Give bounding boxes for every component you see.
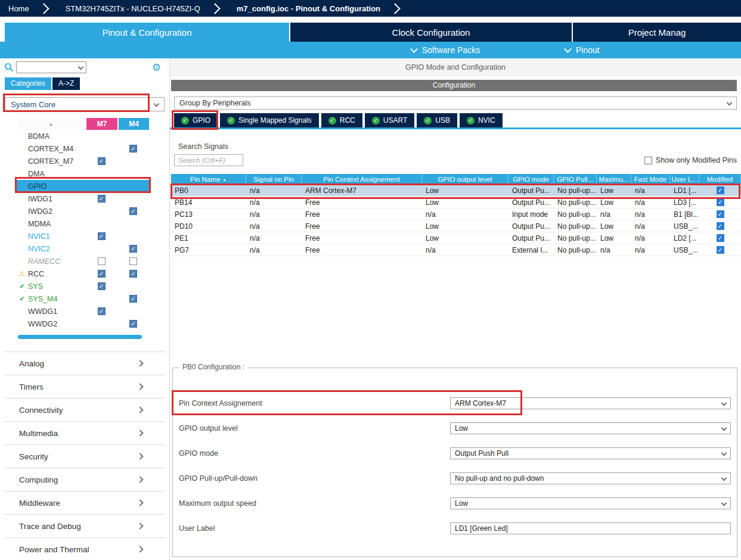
peripheral-tab-gpio[interactable]: GPIO <box>174 113 218 127</box>
gpio-mode-select[interactable]: Output Push Pull <box>450 447 731 459</box>
m7-checkbox[interactable] <box>98 282 106 290</box>
m4-checkbox[interactable] <box>129 145 137 153</box>
system-core-dropdown[interactable]: System Core <box>5 97 165 111</box>
core-row-wwdg1[interactable]: WWDG1 <box>17 305 149 318</box>
check-icon <box>328 117 336 125</box>
core-row-rcc[interactable]: RCC <box>17 267 149 280</box>
column-header-user-label[interactable]: User L... <box>670 174 699 185</box>
core-row-sys[interactable]: SYS <box>17 280 149 293</box>
column-header-gpio-pull[interactable]: GPIO Pull... <box>554 174 597 185</box>
modified-checkbox[interactable] <box>717 198 724 206</box>
pin-row-pb14[interactable]: PB14 n/a Free Low Output Pu... No pull-u… <box>171 197 741 209</box>
m7-checkbox[interactable] <box>98 157 106 165</box>
chevron-down-icon <box>78 64 84 70</box>
sort-asc-icon[interactable]: ▲ <box>17 118 85 130</box>
check-icon <box>467 117 475 125</box>
breadcrumb-home[interactable]: Home <box>0 4 35 13</box>
pin-row-pg7[interactable]: PG7 n/a Free n/a External I... No pull-u… <box>171 244 741 256</box>
group-by-dropdown[interactable]: Group By Peripherals <box>174 97 737 110</box>
sidebar-item-connectivity[interactable]: Connectivity <box>4 398 165 421</box>
core-row-cortex-m7[interactable]: CORTEX_M7 <box>17 155 149 167</box>
core-row-mdma[interactable]: MDMA <box>17 217 149 230</box>
gpio-pull-select[interactable]: No pull-up and no pull-down <box>450 472 731 484</box>
sidebar-item-timers[interactable]: Timers <box>4 375 165 398</box>
software-packs-menu[interactable]: Software Packs <box>411 42 480 58</box>
m7-checkbox[interactable] <box>98 307 106 315</box>
tab-clock-configuration[interactable]: Clock Configuration <box>290 23 572 42</box>
tab-pinout-configuration[interactable]: Pinout & Configuration <box>5 23 289 42</box>
modified-checkbox[interactable] <box>717 186 724 194</box>
pin-context-select[interactable]: ARM Cortex-M7 <box>450 397 731 409</box>
pin-row-pc13[interactable]: PC13 n/a Free n/a Input mode No pull-up.… <box>171 209 741 220</box>
column-header-output-level[interactable]: GPIO output level <box>422 174 509 185</box>
sidebar-item-multimedia[interactable]: Multimedia <box>4 421 165 444</box>
sidebar-item-analog[interactable]: Analog <box>4 351 165 375</box>
pin-row-pd10[interactable]: PD10 n/a Free Low Output Pu... No pull-u… <box>171 220 741 232</box>
m4-checkbox[interactable] <box>129 245 137 253</box>
tab-a-to-z[interactable]: A->Z <box>52 77 80 90</box>
column-header-m7[interactable]: M7 <box>85 118 117 130</box>
core-row-dma[interactable]: DMA <box>17 167 149 180</box>
max-output-speed-select[interactable]: Low <box>450 497 731 509</box>
column-header-fast-mode[interactable]: Fast Mode <box>631 174 670 185</box>
tab-project-manager[interactable]: Project Manag <box>573 23 741 42</box>
gear-icon[interactable]: ⚙ <box>152 63 161 73</box>
peripheral-tab-rcc[interactable]: RCC <box>321 113 362 127</box>
peripheral-tab-nvic[interactable]: NVIC <box>460 113 503 127</box>
m7-checkbox[interactable] <box>98 257 106 265</box>
core-row-wwdg2[interactable]: WWDG2 <box>17 318 149 330</box>
sidebar-search-row: ⚙ <box>0 61 169 74</box>
pin-row-pb0[interactable]: PB0 n/a ARM Cortex-M7 Low Output Pu... N… <box>171 185 741 197</box>
sidebar-item-power-and-thermal[interactable]: Power and Thermal <box>4 537 165 560</box>
modified-checkbox[interactable] <box>717 246 724 254</box>
sidebar-item-security[interactable]: Security <box>4 444 165 468</box>
core-row-cortex-m4[interactable]: CORTEX_M4 <box>17 142 149 155</box>
modified-checkbox[interactable] <box>717 210 724 218</box>
modified-checkbox[interactable] <box>717 222 724 230</box>
column-header-m4[interactable]: M4 <box>117 118 149 130</box>
pinout-menu[interactable]: Pinout <box>565 42 600 58</box>
peripheral-tab-usart[interactable]: USART <box>365 113 414 127</box>
column-header-pin-name[interactable]: Pin Name▲ <box>171 174 246 185</box>
core-row-nvic1[interactable]: NVIC1 <box>17 230 149 242</box>
column-header-max-speed[interactable]: Maximu... <box>597 174 631 185</box>
show-modified-checkbox[interactable] <box>644 157 652 164</box>
column-header-pin-context[interactable]: Pin Context Assignement <box>302 174 422 185</box>
peripheral-tab-usb[interactable]: USB <box>417 113 457 127</box>
m4-checkbox[interactable] <box>129 295 137 303</box>
horizontal-scrollbar-thumb[interactable] <box>18 335 142 339</box>
sidebar-item-computing[interactable]: Computing <box>4 468 165 491</box>
m4-checkbox[interactable] <box>129 257 137 265</box>
m4-checkbox[interactable] <box>129 207 137 215</box>
m4-checkbox[interactable] <box>129 270 137 278</box>
core-row-bdma[interactable]: BDMA <box>17 130 149 142</box>
chevron-down-icon <box>154 101 160 107</box>
pin-row-pe1[interactable]: PE1 n/a Free Low Output Pu... No pull-up… <box>171 232 741 244</box>
column-header-modified[interactable]: Modified <box>699 174 741 185</box>
core-row-nvic2[interactable]: NVIC2 <box>17 242 149 255</box>
core-row-gpio[interactable]: GPIO <box>17 180 149 192</box>
show-modified-toggle[interactable]: Show only Modified Pins <box>644 156 737 164</box>
user-label-input[interactable]: LD1 [Green Led] <box>450 522 731 534</box>
gpio-output-level-select[interactable]: Low <box>450 422 731 434</box>
tab-categories[interactable]: Categories <box>5 77 51 90</box>
column-header-gpio-mode[interactable]: GPIO mode <box>509 174 554 185</box>
modified-checkbox[interactable] <box>717 234 724 242</box>
core-row-iwdg2[interactable]: IWDG2 <box>17 205 149 217</box>
category-list: Analog Timers Connectivity Multimedia Se… <box>4 351 165 560</box>
m7-checkbox[interactable] <box>98 195 106 203</box>
core-row-ramecc[interactable]: RAMECC <box>17 255 149 267</box>
breadcrumb-board[interactable]: STM32H745ZITx - NUCLEO-H745ZI-Q <box>57 4 206 13</box>
sidebar-item-trace-and-debug[interactable]: Trace and Debug <box>4 514 165 537</box>
sidebar-item-middleware[interactable]: Middleware <box>4 491 165 514</box>
search-signals-input[interactable] <box>174 154 243 166</box>
peripheral-tab-single-mapped-signals[interactable]: Single Mapped Signals <box>220 113 319 127</box>
core-row-sys-m4[interactable]: SYS_M4 <box>17 293 149 305</box>
column-header-signal[interactable]: Signal on Pin <box>246 174 302 185</box>
m7-checkbox[interactable] <box>98 232 106 240</box>
peripheral-filter-combobox[interactable] <box>16 61 86 73</box>
core-row-iwdg1[interactable]: IWDG1 <box>17 192 149 205</box>
m7-checkbox[interactable] <box>98 270 106 278</box>
m4-checkbox[interactable] <box>129 320 137 328</box>
search-icon[interactable] <box>4 62 14 73</box>
